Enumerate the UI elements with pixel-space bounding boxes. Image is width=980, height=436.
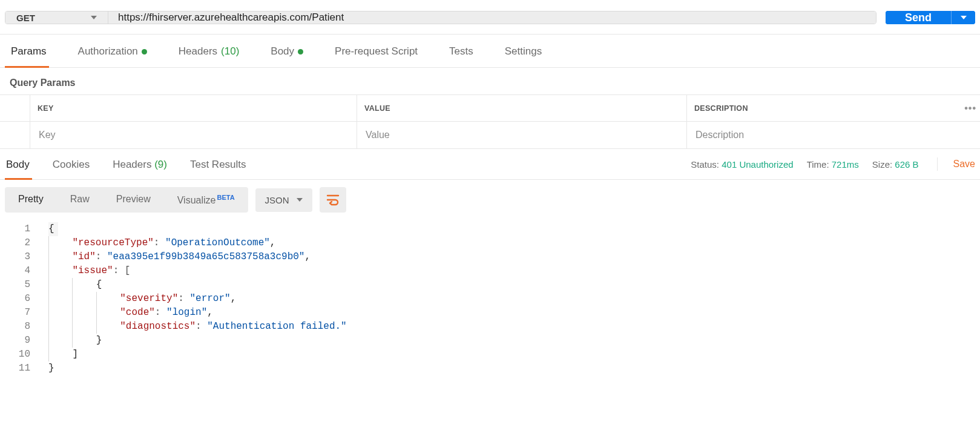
tab-response-body[interactable]: Body	[5, 149, 38, 179]
view-visualize[interactable]: VisualizeBETA	[164, 187, 248, 213]
beta-badge: BETA	[217, 194, 234, 201]
status-group: Status: 401 Unauthorized	[691, 159, 793, 170]
format-select[interactable]: JSON	[255, 188, 312, 212]
tab-headers[interactable]: Headers (10)	[173, 35, 253, 67]
response-tabs: Body Cookies Headers (9) Test Results	[5, 149, 691, 179]
send-button[interactable]: Send	[886, 11, 951, 24]
tab-response-test-results[interactable]: Test Results	[189, 149, 255, 179]
column-header-description: DESCRIPTION •••	[687, 95, 980, 122]
response-meta: Status: 401 Unauthorized Time: 721ms Siz…	[691, 157, 975, 171]
wrap-icon	[326, 194, 340, 206]
checkbox-header	[0, 95, 30, 122]
param-key-input[interactable]	[38, 129, 349, 141]
view-mode-segment: Pretty Raw Preview VisualizeBETA	[5, 187, 248, 213]
chevron-down-icon	[961, 16, 967, 19]
status-dot-icon	[298, 49, 303, 54]
send-button-group: Send	[886, 11, 975, 24]
column-header-value: VALUE	[357, 95, 687, 122]
response-code: 1234567891011 { "resourceType": "Operati…	[0, 220, 980, 375]
url-input[interactable]	[108, 12, 876, 24]
tab-response-cookies[interactable]: Cookies	[51, 149, 98, 179]
line-gutter: 1234567891011	[0, 222, 48, 375]
tab-response-headers[interactable]: Headers (9)	[111, 149, 176, 179]
view-pretty[interactable]: Pretty	[5, 187, 57, 213]
size-value: 626 B	[895, 159, 918, 170]
tab-tests[interactable]: Tests	[443, 35, 487, 67]
size-group: Size: 626 B	[872, 159, 919, 170]
response-bar: Body Cookies Headers (9) Test Results St…	[0, 149, 980, 180]
time-value: 721ms	[832, 159, 859, 170]
code-lines[interactable]: { "resourceType": "OperationOutcome", "i…	[48, 222, 980, 375]
view-raw[interactable]: Raw	[57, 187, 103, 213]
table-row	[0, 122, 980, 148]
time-group: Time: 721ms	[807, 159, 859, 170]
send-dropdown[interactable]	[951, 11, 975, 24]
row-checkbox-cell[interactable]	[0, 122, 30, 148]
tab-params[interactable]: Params	[5, 35, 60, 67]
save-response-button[interactable]: Save	[953, 159, 975, 170]
body-toolbar: Pretty Raw Preview VisualizeBETA JSON	[0, 180, 980, 220]
query-params-title: Query Params	[0, 68, 980, 94]
tab-body[interactable]: Body	[265, 35, 317, 67]
more-options-icon[interactable]: •••	[964, 103, 976, 114]
column-header-key: KEY	[30, 95, 357, 122]
url-left: GET	[5, 11, 876, 24]
view-preview[interactable]: Preview	[103, 187, 164, 213]
http-method-label: GET	[16, 13, 35, 23]
tab-prerequest[interactable]: Pre-request Script	[329, 35, 431, 67]
tab-settings[interactable]: Settings	[499, 35, 555, 67]
param-description-input[interactable]	[694, 129, 973, 141]
chevron-down-icon	[91, 16, 97, 19]
request-url-bar: GET Send	[0, 0, 980, 35]
query-params-table: KEY VALUE DESCRIPTION •••	[0, 94, 980, 149]
http-method-select[interactable]: GET	[5, 12, 108, 24]
request-tabs: Params Authorization Headers (10) Body P…	[0, 35, 980, 68]
divider	[937, 157, 938, 171]
param-value-input[interactable]	[364, 129, 679, 141]
chevron-down-icon	[297, 198, 303, 202]
status-value: 401 Unauthorized	[722, 159, 793, 170]
tab-authorization[interactable]: Authorization	[72, 35, 160, 67]
wrap-lines-button[interactable]	[320, 187, 346, 213]
status-dot-icon	[142, 49, 147, 54]
table-header-row: KEY VALUE DESCRIPTION •••	[0, 95, 980, 122]
